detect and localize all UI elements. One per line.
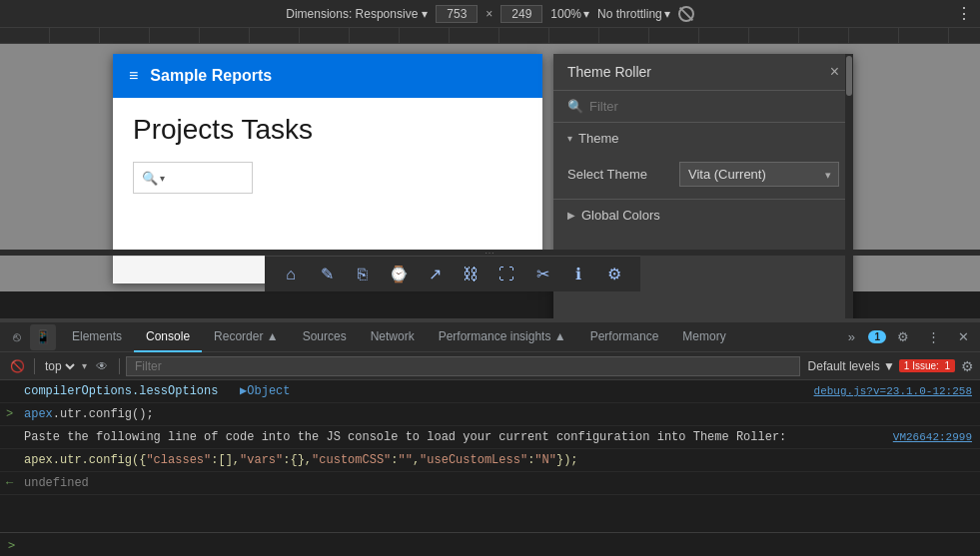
- console-line-3: Paste the following line of code into th…: [0, 426, 980, 449]
- tab-elements[interactable]: Elements: [60, 322, 134, 352]
- app-header-title: Sample Reports: [150, 67, 272, 85]
- throttle-button[interactable]: No throttling ▾: [597, 7, 670, 21]
- more-tabs-button[interactable]: »: [838, 324, 864, 350]
- height-input[interactable]: [500, 5, 542, 23]
- console-input[interactable]: [21, 538, 972, 552]
- devtools-close-button[interactable]: ✕: [950, 324, 976, 350]
- page-title: Projects Tasks: [133, 114, 522, 146]
- theme-section-body: Select Theme Vita (Current) ▾: [553, 154, 853, 199]
- dimensions-text: Dimensions: Responsive: [286, 7, 418, 21]
- toolbar-link-icon[interactable]: ↗: [417, 257, 453, 292]
- theme-roller-filter: 🔍: [553, 91, 853, 123]
- theme-roller-scroll-thumb: [846, 56, 852, 96]
- search-bar[interactable]: 🔍 ▾: [133, 162, 253, 194]
- drag-handle[interactable]: ⋯: [0, 250, 980, 256]
- hamburger-icon[interactable]: ≡: [129, 67, 138, 85]
- theme-roller-close-button[interactable]: ×: [830, 64, 839, 80]
- toolbar-info-icon[interactable]: ℹ: [560, 257, 596, 292]
- dimensions-label: Dimensions: Responsive ▾: [286, 7, 428, 21]
- devtools-more-button[interactable]: ⋮: [920, 324, 946, 350]
- width-input[interactable]: [436, 5, 478, 23]
- console-clear-button[interactable]: 🚫: [6, 355, 28, 377]
- console-output[interactable]: compilerOptions.lessOptions ▶Object debu…: [0, 380, 980, 532]
- global-colors-section[interactable]: ▶ Global Colors: [553, 200, 853, 231]
- zoom-button[interactable]: 100% ▾: [550, 7, 589, 21]
- line-3-link[interactable]: VM26642:2999: [893, 428, 972, 446]
- toolbar-chain-icon[interactable]: ⛓: [453, 257, 489, 292]
- tab-network[interactable]: Network: [359, 322, 427, 352]
- issue-badge: 1 Issue: 1: [899, 359, 955, 372]
- throttle-chevron: ▾: [664, 7, 670, 21]
- console-settings-button[interactable]: ⚙: [961, 358, 974, 374]
- devtools-left-icons: ⎋ 📱: [4, 324, 56, 350]
- line-3-content: Paste the following line of code into th…: [24, 428, 786, 446]
- viewport-area: ≡ Sample Reports Projects Tasks 🔍 ▾ Them…: [0, 44, 980, 291]
- theme-roller-title: Theme Roller: [567, 64, 651, 80]
- line-1-content: compilerOptions.lessOptions ▶Object: [24, 382, 290, 400]
- devtools-settings-button[interactable]: ⚙: [890, 324, 916, 350]
- theme-select[interactable]: Vita (Current): [679, 162, 839, 187]
- tab-performance-insights[interactable]: Performance insights ▲: [427, 322, 578, 352]
- toolbar-settings-icon[interactable]: ⚙: [596, 257, 632, 292]
- throttle-label: No throttling: [597, 7, 662, 21]
- devtools-device-button[interactable]: 📱: [30, 324, 56, 350]
- console-line-1: compilerOptions.lessOptions ▶Object debu…: [0, 380, 980, 403]
- devtools-inspect-button[interactable]: ⎋: [4, 324, 30, 350]
- drag-handle-dots: ⋯: [485, 248, 496, 259]
- dimensions-dropdown-icon: ▾: [422, 7, 428, 21]
- tab-sources[interactable]: Sources: [291, 322, 359, 352]
- app-content: Projects Tasks 🔍 ▾: [113, 98, 542, 222]
- console-eye-button[interactable]: 👁: [91, 355, 113, 377]
- toolbar-grid-icon[interactable]: ⛶: [489, 257, 524, 292]
- console-line-4: apex.utr.config({"classes":[],"vars":{},…: [0, 449, 980, 472]
- console-filter-input[interactable]: [126, 356, 800, 376]
- line-4-content: apex.utr.config({"classes":[],"vars":{},…: [24, 451, 578, 469]
- zoom-label: 100%: [550, 7, 581, 21]
- toolbar-home-icon[interactable]: ⌂: [273, 257, 309, 292]
- select-theme-label: Select Theme: [567, 167, 647, 182]
- tab-recorder[interactable]: Recorder ▲: [202, 322, 291, 352]
- toolbar-copy-icon[interactable]: ⎘: [345, 257, 381, 292]
- line-5-content: undefined: [24, 474, 89, 492]
- theme-select-row: Select Theme Vita (Current) ▾: [567, 162, 839, 187]
- theme-section-header[interactable]: ▾ Theme: [553, 123, 853, 154]
- toolbar-cut-icon[interactable]: ✂: [524, 257, 560, 292]
- levels-button[interactable]: Default levels ▼: [808, 359, 895, 373]
- devtools-badge: 1: [868, 330, 886, 343]
- line-2-content: apex.utr.config();: [24, 405, 154, 423]
- global-colors-chevron-icon: ▶: [567, 210, 575, 221]
- app-header: ≡ Sample Reports: [113, 54, 542, 98]
- issue-label: 1 Issue:: [904, 360, 939, 371]
- theme-chevron-icon: ▾: [567, 133, 572, 144]
- tab-performance[interactable]: Performance: [578, 322, 671, 352]
- ruler-row: [0, 28, 980, 44]
- context-select[interactable]: top: [41, 358, 78, 374]
- filter-icon: 🔍: [567, 99, 583, 114]
- zoom-chevron: ▾: [583, 7, 589, 21]
- devtools-panel: ⎋ 📱 Elements Console Recorder ▲ Sources …: [0, 322, 980, 556]
- console-line-5: ← undefined: [0, 472, 980, 495]
- console-toolbar: 🚫 top ▾ 👁 Default levels ▼ 1 Issue: 1 ⚙: [0, 352, 980, 380]
- more-button[interactable]: ⋮: [956, 4, 972, 23]
- dim-separator: ×: [486, 7, 492, 21]
- context-chevron: ▾: [82, 360, 87, 371]
- theme-roller-header: Theme Roller ×: [553, 54, 853, 91]
- ruler-marks: [0, 28, 980, 43]
- console-input-area: >: [0, 532, 980, 556]
- search-icon: 🔍: [142, 171, 158, 186]
- devtools-tabs: ⎋ 📱 Elements Console Recorder ▲ Sources …: [0, 322, 980, 352]
- tab-console[interactable]: Console: [134, 322, 202, 352]
- theme-section-label: Theme: [578, 131, 618, 146]
- theme-roller-filter-input[interactable]: [589, 99, 839, 114]
- tab-memory[interactable]: Memory: [670, 322, 737, 352]
- issue-count: 1: [944, 360, 950, 371]
- toolbar-edit-icon[interactable]: ✎: [309, 257, 345, 292]
- line-2-prefix: >: [6, 405, 13, 423]
- toolbar-separator-2: [119, 358, 120, 374]
- console-prompt: >: [8, 538, 15, 552]
- console-line-2: > apex.utr.config();: [0, 403, 980, 426]
- line-1-link[interactable]: debug.js?v=23.1.0-12:258: [814, 382, 972, 400]
- devtools-top-bar: Dimensions: Responsive ▾ × 100% ▾ No thr…: [0, 0, 980, 28]
- devtools-tabs-right: » 1 ⚙ ⋮ ✕: [838, 324, 976, 350]
- toolbar-history-icon[interactable]: ⌚: [381, 257, 417, 292]
